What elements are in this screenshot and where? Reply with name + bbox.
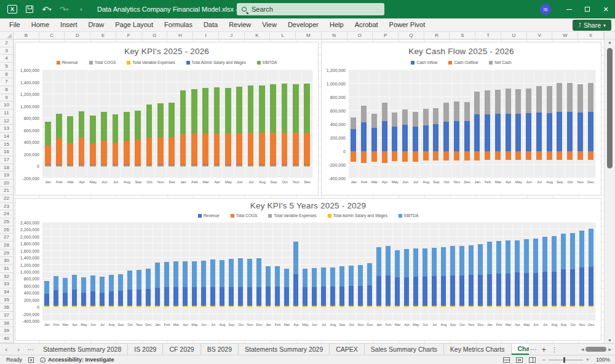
column-header-h[interactable]: H — [167, 32, 193, 39]
column-header-b[interactable]: B — [14, 32, 39, 39]
share-button[interactable]: ⤴ Share ▾ — [573, 20, 611, 31]
column-header-q[interactable]: Q — [399, 32, 424, 39]
row-header-2[interactable]: 2 — [0, 39, 13, 47]
ribbon-tab-draw[interactable]: Draw — [83, 18, 110, 31]
row-header-18[interactable]: 18 — [0, 164, 13, 172]
row-header-29[interactable]: 29 — [0, 250, 13, 258]
zoom-slider[interactable] — [549, 360, 583, 360]
row-header-21[interactable]: 21 — [0, 187, 13, 195]
ribbon-tab-review[interactable]: Review — [223, 18, 256, 31]
column-header-t[interactable]: T — [475, 32, 501, 39]
row-header-8[interactable]: 8 — [0, 86, 13, 94]
column-header-x[interactable]: X — [578, 32, 604, 39]
sheet-tab-charts[interactable]: Charts — [512, 344, 530, 355]
sheet-menu-icon[interactable]: ⋮ — [551, 346, 558, 353]
row-header-26[interactable]: 26 — [0, 226, 13, 234]
add-sheet-icon[interactable]: + — [542, 345, 547, 354]
row-header-28[interactable]: 28 — [0, 242, 13, 250]
sheet-tab-key-metrics-charts[interactable]: Key Metrics Charts — [444, 344, 512, 355]
avatar[interactable]: IS — [540, 4, 551, 15]
column-header-f[interactable]: F — [116, 32, 142, 39]
row-header-3[interactable]: 3 — [0, 47, 13, 55]
row-header-24[interactable]: 24 — [0, 210, 13, 218]
undo-icon[interactable]: ↶▾ — [39, 2, 54, 16]
sheet-tab-is-2029[interactable]: IS 2029 — [128, 344, 163, 355]
column-header-r[interactable]: R — [424, 32, 450, 39]
column-header-u[interactable]: U — [501, 32, 527, 39]
scroll-down-icon[interactable]: ▼ — [605, 338, 615, 342]
column-header-i[interactable]: I — [193, 32, 219, 39]
search-input[interactable] — [250, 5, 379, 14]
row-header-12[interactable]: 12 — [0, 117, 13, 125]
chart-key-cash-flow-2025-2026[interactable]: Key Cash Flow 2025 - 2026 Cash InflowCas… — [321, 42, 601, 196]
ribbon-tab-data[interactable]: Data — [198, 18, 223, 31]
ribbon-tab-page-layout[interactable]: Page Layout — [109, 18, 159, 31]
row-header-20[interactable]: 20 — [0, 180, 13, 188]
sheet-tabs-overflow-icon[interactable]: ⋯ — [25, 344, 37, 355]
row-header-34[interactable]: 34 — [0, 288, 13, 296]
zoom-slider-handle[interactable] — [563, 357, 565, 363]
row-header-11[interactable]: 11 — [0, 109, 13, 117]
macro-record-button[interactable] — [28, 357, 34, 363]
normal-view-icon[interactable] — [503, 357, 510, 363]
column-header-n[interactable]: N — [322, 32, 347, 39]
save-icon[interactable] — [22, 2, 37, 16]
ribbon-tab-power-pivot[interactable]: Power Pivot — [384, 18, 431, 31]
row-header-23[interactable]: 23 — [0, 203, 13, 211]
column-header-v[interactable]: V — [527, 32, 553, 39]
sheet-tab-bs-2029[interactable]: BS 2029 — [201, 344, 239, 355]
column-header-d[interactable]: D — [65, 32, 90, 39]
row-header-5[interactable]: 5 — [0, 63, 13, 71]
column-header-o[interactable]: O — [347, 32, 373, 39]
column-header-g[interactable]: G — [142, 32, 168, 39]
scroll-up-icon[interactable]: ▲ — [605, 40, 615, 44]
row-header-39[interactable]: 39 — [0, 327, 13, 335]
column-header-c[interactable]: C — [39, 32, 65, 39]
sheet-tab-statements-summary-2029[interactable]: Statements Summary 2029 — [239, 344, 330, 355]
row-header-25[interactable]: 25 — [0, 218, 13, 226]
excel-app-icon[interactable]: X — [5, 2, 20, 16]
vertical-scrollbar[interactable]: ▲ ▼ — [604, 39, 615, 343]
column-header-k[interactable]: K — [245, 32, 271, 39]
ribbon-tab-view[interactable]: View — [256, 18, 282, 31]
row-header-7[interactable]: 7 — [0, 78, 13, 86]
more-sheets-icon[interactable]: ⋯ — [530, 346, 537, 353]
customize-qat-icon[interactable]: ▾ — [74, 2, 89, 16]
row-header-22[interactable]: 22 — [0, 195, 13, 203]
accessibility-status[interactable]: ✓ Accessibility: Investigate — [40, 357, 114, 363]
row-header-13[interactable]: 13 — [0, 125, 13, 133]
zoom-level[interactable]: 100% — [595, 357, 610, 363]
row-header-17[interactable]: 17 — [0, 156, 13, 164]
ribbon-tab-insert[interactable]: Insert — [55, 18, 83, 31]
chart-key-kpis-5-years-2025-2029[interactable]: Key KPI's 5 Years 2025 - 2029 RevenueTot… — [15, 198, 601, 341]
row-header-37[interactable]: 37 — [0, 312, 13, 320]
vertical-scrollbar-thumb[interactable] — [607, 48, 613, 168]
ribbon-tab-developer[interactable]: Developer — [282, 18, 324, 31]
sheet-tab-statements-summary-2028[interactable]: Statements Summary 2028 — [37, 344, 128, 355]
row-header-36[interactable]: 36 — [0, 304, 13, 312]
ribbon-tab-formulas[interactable]: Formulas — [159, 18, 198, 31]
sheet-tab-cf-2029[interactable]: CF 2029 — [163, 344, 200, 355]
column-header-j[interactable]: J — [219, 32, 245, 39]
row-header-33[interactable]: 33 — [0, 280, 13, 288]
row-header-32[interactable]: 32 — [0, 273, 13, 281]
page-layout-view-icon[interactable] — [516, 357, 523, 363]
ribbon-tab-acrobat[interactable]: Acrobat — [349, 18, 384, 31]
row-header-16[interactable]: 16 — [0, 148, 13, 156]
sheet-nav-left-icon[interactable]: ‹ — [0, 344, 12, 355]
row-header-31[interactable]: 31 — [0, 265, 13, 273]
horizontal-scrollbar-thumb[interactable] — [585, 347, 606, 352]
column-header-m[interactable]: M — [296, 32, 322, 39]
sheet-tab-sales-summary-charts[interactable]: Sales Summary Charts — [365, 344, 444, 355]
row-header-40[interactable]: 40 — [0, 335, 13, 343]
row-header-38[interactable]: 38 — [0, 320, 13, 328]
page-break-view-icon[interactable] — [529, 357, 536, 363]
row-header-14[interactable]: 14 — [0, 133, 13, 141]
column-header-p[interactable]: P — [373, 32, 399, 39]
scroll-left-icon[interactable]: ◂ — [581, 346, 584, 352]
chart-key-kpis-2025-2026[interactable]: Key KPI's 2025 - 2026 RevenueTotal COGST… — [15, 42, 319, 196]
row-header-10[interactable]: 10 — [0, 101, 13, 109]
row-header-27[interactable]: 27 — [0, 234, 13, 242]
column-header-e[interactable]: E — [90, 32, 116, 39]
row-header-15[interactable]: 15 — [0, 141, 13, 149]
